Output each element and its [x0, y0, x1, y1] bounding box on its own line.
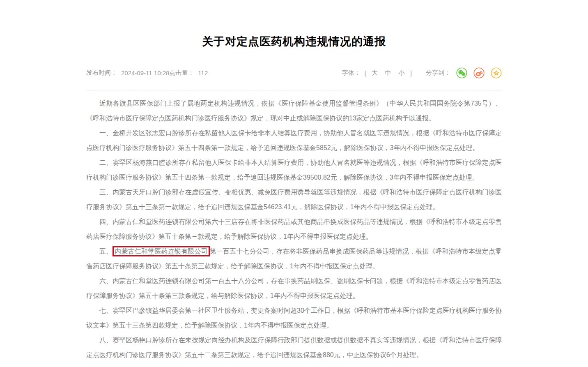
paragraph-text: 三、内蒙古天牙口腔门诊部存在虚假宣传、变相优惠、减免医疗费用诱导就医等违规情况，…	[86, 189, 502, 210]
page-title: 关于对定点医药机构违规情况的通报	[86, 0, 502, 48]
article-paragraph: 四、内蒙古仁和堂医药连锁有限公司第六十三店存在将非医保药品或其他商品串换成医保药…	[86, 215, 502, 244]
publish-time-label: 发布时间：	[86, 69, 117, 77]
wechat-share-button[interactable]	[456, 67, 467, 78]
share-icon-group	[456, 67, 502, 78]
paragraph-text: 七、赛罕区巴彦镇益华居委会第一社区卫生服务站，变更备案时间超30个工作日，根据《…	[86, 307, 502, 329]
section-divider	[86, 90, 502, 90]
article-paragraph: 八、赛罕区杨艳口腔诊所存在未按规定向经办机构及医疗保障行政部门提供数据或提供数据…	[86, 333, 502, 362]
clicks-value: 112	[198, 69, 208, 76]
paragraph-text: 二、赛罕区杨海燕口腔诊所存在私留他人医保卡给非本人结算医疗费用，协助他人冒名就医…	[86, 159, 502, 181]
article-paragraph: 三、内蒙古天牙口腔门诊部存在虚假宣传、变相优惠、减免医疗费用诱导就医等违规情况，…	[86, 185, 502, 215]
font-size-medium-button[interactable]: 中	[385, 69, 391, 77]
qzone-share-button[interactable]	[491, 67, 502, 78]
bracket-open: [	[365, 69, 366, 76]
article-paragraph: 七、赛罕区巴彦镇益华居委会第一社区卫生服务站，变更备案时间超30个工作日，根据《…	[86, 303, 502, 333]
weibo-icon	[473, 67, 485, 78]
toolbar: 字体： [ 大 中 小 ] 分享到：	[342, 67, 502, 78]
paragraph-text: 一、金桥开发区张志宏口腔诊所存在私留他人医保卡给非本人结算医疗费用，协助他人冒名…	[86, 129, 502, 151]
bracket-close: ]	[410, 69, 412, 76]
paragraph-text: 八、赛罕区杨艳口腔诊所存在未按规定向经办机构及医疗保障行政部门提供数据或提供数据…	[86, 337, 502, 358]
article-paragraph: 一、金桥开发区张志宏口腔诊所存在私留他人医保卡给非本人结算医疗费用，协助他人冒名…	[86, 126, 502, 155]
weibo-share-button[interactable]	[473, 67, 485, 78]
paragraph-text: 六、内蒙古仁和堂医药连锁有限公司第一百五十八分公司，存在串换药品刷医保、盗刷医保…	[86, 277, 502, 299]
highlighted-company-name: 内蒙古仁和堂医药连锁有限公司	[113, 246, 209, 256]
paragraph-text: 五、	[99, 248, 113, 255]
qzone-icon	[491, 67, 502, 78]
font-size-small-button[interactable]: 小	[399, 69, 405, 77]
article-paragraph: 近期各旗县区医保部门上报了属地两定机构违规情况，依据《医疗保障基金使用监督管理条…	[86, 96, 502, 126]
clicks-label: 点击量：	[169, 69, 194, 77]
font-size-label: 字体：	[342, 69, 361, 77]
article-body: 近期各旗县区医保部门上报了属地两定机构违规情况，依据《医疗保障基金使用监督管理条…	[86, 96, 502, 362]
font-size-large-button[interactable]: 大	[372, 69, 378, 77]
wechat-icon	[456, 67, 467, 78]
article-container: 关于对定点医药机构违规情况的通报 发布时间： 2024-09-11 10:28 …	[86, 0, 502, 362]
paragraph-text: 四、内蒙古仁和堂医药连锁有限公司第六十三店存在将非医保药品或其他商品串换成医保药…	[86, 218, 502, 240]
article-paragraph: 二、赛罕区杨海燕口腔诊所存在私留他人医保卡给非本人结算医疗费用，协助他人冒名就医…	[86, 155, 502, 185]
share-to-label: 分享到：	[426, 69, 450, 77]
paragraph-text: 近期各旗县区医保部门上报了属地两定机构违规情况，依据《医疗保障基金使用监督管理条…	[86, 100, 502, 122]
article-paragraph: 五、内蒙古仁和堂医药连锁有限公司第一百五十七分公司，存在将非医保药品串换成医保药…	[86, 244, 502, 274]
notice-page: 关于对定点医药机构违规情况的通报 发布时间： 2024-09-11 10:28 …	[0, 0, 588, 367]
article-paragraph: 六、内蒙古仁和堂医药连锁有限公司第一百五十八分公司，存在串换药品刷医保、盗刷医保…	[86, 274, 502, 303]
meta-bar: 发布时间： 2024-09-11 10:28 点击量： 112 字体： [ 大 …	[86, 67, 502, 78]
publish-time-value: 2024-09-11 10:28	[121, 69, 169, 76]
publish-info: 发布时间： 2024-09-11 10:28 点击量： 112	[86, 69, 208, 77]
